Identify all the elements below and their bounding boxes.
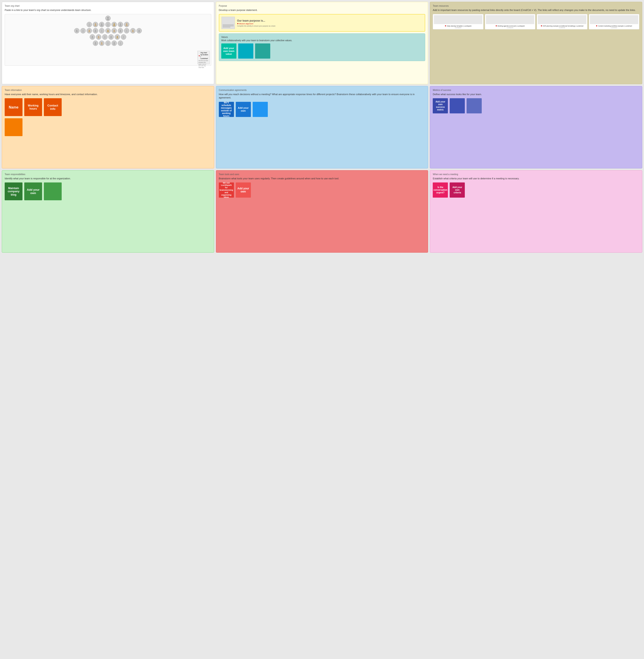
org-node-3-2 — [80, 28, 86, 34]
purpose-right: Our team purpose is... ✱ Mission alignme… — [237, 19, 276, 27]
svg-point-34 — [132, 30, 134, 31]
sticky-comms-3[interactable] — [253, 102, 268, 117]
sticky-metrics-1[interactable]: Add your own success metric — [433, 98, 448, 113]
svg-point-26 — [107, 30, 109, 31]
svg-point-16 — [76, 30, 77, 31]
resource-card-2[interactable]: ✱ Meeting agenda scorecard | Lucidspark … — [485, 14, 535, 29]
svg-point-45 — [110, 38, 112, 39]
panel-comms-desc: How will you reach decisions without a m… — [219, 93, 426, 100]
svg-point-22 — [95, 30, 96, 31]
resource-sub-2: Lucidspark — [507, 27, 513, 28]
org-node-3-3 — [87, 28, 92, 34]
sticky-comms-1[interactable]: We'll schedule messages outside of worki… — [219, 102, 234, 117]
sticky-tools-1[interactable]: We use Lucidspark for brainstorming and … — [219, 182, 234, 198]
sticky-value-2[interactable] — [238, 43, 253, 59]
svg-point-11 — [113, 25, 116, 26]
sticky-extra-1[interactable] — [5, 118, 22, 136]
sticky-metrics-2[interactable] — [450, 98, 465, 113]
svg-point-36 — [138, 30, 140, 31]
svg-point-55 — [107, 44, 109, 45]
values-desc: Work collaboratively with your team to b… — [221, 39, 423, 42]
comms-stickies: We'll schedule messages outside of worki… — [219, 102, 426, 117]
sticky-value-3[interactable] — [255, 43, 270, 59]
org-node-3-4 — [93, 28, 98, 34]
resource-sub-3: Lucidchart — [559, 27, 565, 28]
panel-org-desc: Paste in a link to your team's org chart… — [5, 8, 211, 12]
panel-metrics-label: Metrics of success — [433, 89, 639, 91]
panel-purpose: Purpose Develop a team purpose statement… — [216, 2, 428, 84]
panel-org-label: Team org chart — [5, 5, 211, 7]
sticky-add-value[interactable]: Add your own team value — [221, 43, 236, 59]
panel-org: Team org chart Paste in a link to your t… — [2, 2, 214, 84]
org-row-5 — [93, 41, 123, 46]
resource-label-1: Daily standup template | Lucidspark — [447, 25, 472, 27]
svg-point-43 — [104, 38, 106, 39]
org-row-3 — [74, 28, 142, 34]
org-node-3-10 — [130, 28, 136, 34]
panel-teaminfo-desc: Have everyone add their name, working ho… — [5, 93, 211, 96]
svg-point-23 — [94, 31, 96, 32]
svg-point-29 — [113, 31, 115, 32]
org-node-3-7 — [112, 28, 117, 34]
resource-cards: ✱ Daily standup template | Lucidspark Lu… — [433, 14, 639, 29]
svg-point-46 — [117, 36, 118, 38]
resource-thumb-4 — [590, 15, 638, 24]
panel-meeting-desc: Establish what criteria your team will u… — [433, 177, 639, 180]
org-node-4-3 — [102, 34, 108, 40]
svg-point-39 — [91, 38, 93, 39]
svg-point-20 — [89, 30, 90, 31]
resource-card-4[interactable]: ✱ Content marketing workflow example | L… — [589, 14, 639, 29]
sticky-responsibilities-1[interactable]: Maintain company blog — [5, 182, 22, 200]
org-chart-area: ✱ Org chart by location | Lucidchart Use… — [5, 14, 211, 66]
sticky-contact-info[interactable]: Contact info — [44, 98, 62, 116]
tools-stickies: We use Lucidspark for brainstorming and … — [219, 182, 426, 198]
panel-responsibilities: Team responsibilities Identify what your… — [2, 170, 214, 252]
org-node-5-1 — [93, 41, 98, 46]
svg-point-1 — [107, 19, 109, 20]
sticky-tools-2[interactable]: Add your own — [236, 182, 251, 198]
resource-sub-1: Lucidspark — [455, 27, 461, 28]
resource-thumb-1 — [434, 15, 482, 24]
purpose-text: Our team purpose is... — [237, 19, 276, 22]
resource-icon-4: ✱ — [596, 25, 597, 27]
panel-comms: Communication agreements How will you re… — [216, 86, 428, 169]
resource-card-1[interactable]: ✱ Daily standup template | Lucidspark Lu… — [433, 14, 483, 29]
panel-meeting-label: When we need a meeting — [433, 173, 639, 176]
svg-point-33 — [125, 31, 128, 32]
svg-point-5 — [94, 25, 97, 26]
values-stickies: Add your own team value — [221, 43, 423, 59]
sticky-meeting-2[interactable]: Add your own criteria — [450, 182, 465, 198]
org-node-3-5 — [99, 28, 105, 34]
values-section: Values Work collaboratively with your te… — [219, 34, 426, 61]
panel-resources-label: Team resources — [433, 5, 639, 7]
org-node-2-3 — [99, 22, 105, 27]
svg-point-59 — [119, 44, 121, 45]
main-grid: Team org chart Paste in a link to your t… — [2, 2, 642, 252]
svg-point-9 — [107, 25, 109, 26]
sticky-metrics-3[interactable] — [466, 98, 482, 113]
org-template-thumb[interactable]: ✱ Org chart by location | Lucidchart Use… — [198, 51, 210, 64]
svg-point-40 — [98, 36, 99, 38]
org-node-4-5 — [115, 34, 120, 40]
svg-point-25 — [100, 31, 102, 32]
sticky-responsibilities-2[interactable]: Add your own — [24, 182, 42, 200]
sticky-name[interactable]: Name — [5, 98, 22, 116]
org-node-3-9 — [124, 28, 129, 34]
org-node-4-6 — [121, 34, 126, 40]
sticky-meeting-1[interactable]: Is the conversation urgent? — [433, 182, 448, 198]
svg-point-51 — [94, 44, 96, 45]
sticky-comms-2[interactable]: Add your own — [236, 102, 251, 117]
resource-card-3[interactable]: ✱ OKR planning example (conditional form… — [537, 14, 587, 29]
panel-resources-desc: Add in important team resources by pasti… — [433, 8, 639, 12]
sticky-responsibilities-3[interactable] — [44, 182, 62, 200]
org-node-5-4 — [112, 41, 117, 46]
panel-responsibilities-label: Team responsibilities — [5, 173, 211, 176]
svg-point-31 — [119, 31, 121, 32]
org-node-5-2 — [99, 41, 105, 46]
resource-thumb-2 — [486, 15, 534, 24]
org-node-2-1 — [87, 22, 92, 27]
resource-thumb-3 — [538, 15, 586, 24]
meeting-stickies: Is the conversation urgent? Add your own… — [433, 182, 639, 198]
sticky-working-hours[interactable]: Working hours — [24, 98, 42, 116]
svg-point-12 — [119, 23, 121, 25]
